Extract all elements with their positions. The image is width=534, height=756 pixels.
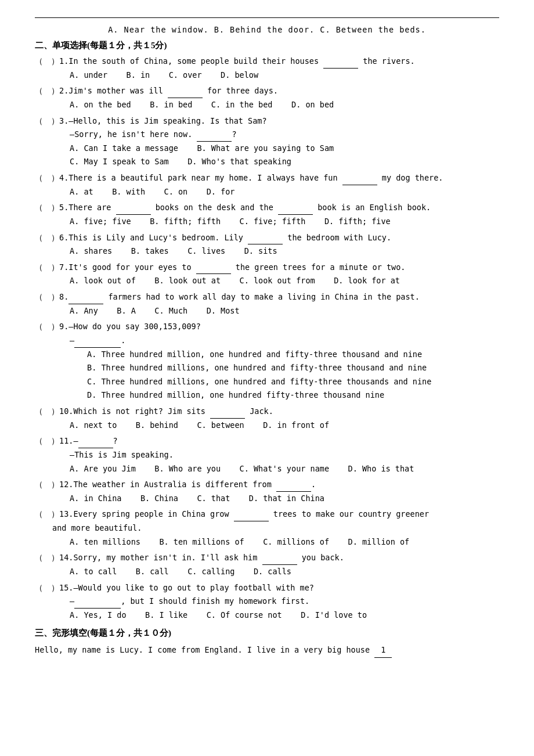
question-6: （ ）6. This is Lily and Lucy's bedroom. L… bbox=[35, 231, 499, 258]
q15-subtext: —, but I should finish my homework first… bbox=[35, 595, 499, 609]
q9-options3: C. Three hundred millions, one hundred a… bbox=[35, 375, 499, 389]
q7-text: It's good for your eyes to the green tre… bbox=[68, 261, 499, 275]
q6-text: This is Lily and Lucy's bedroom. Lily th… bbox=[68, 231, 499, 245]
q1-prefix: （ ）1. bbox=[35, 55, 68, 69]
q3-text: —Hello, this is Jim speaking. Is that Sa… bbox=[68, 114, 499, 128]
q12-prefix: （ ）12. bbox=[35, 478, 73, 492]
q3-prefix: （ ）3. bbox=[35, 114, 68, 128]
question-9: （ ）9. —How do you say 300,153,009? —. A.… bbox=[35, 320, 499, 402]
question-8: （ ）8. farmers had to work all day to mak… bbox=[35, 290, 499, 318]
q10-text: Which is not right? Jim sits Jack. bbox=[73, 405, 499, 419]
q13-prefix: （ ）13. bbox=[35, 507, 73, 521]
q14-options: A. to call B. call C. calling D. calls bbox=[35, 565, 499, 579]
q12-text: The weather in Australia is different fr… bbox=[73, 478, 499, 492]
question-3: （ ）3. —Hello, this is Jim speaking. Is t… bbox=[35, 114, 499, 170]
q3-subtext: —Sorry, he isn't here now. ? bbox=[35, 128, 499, 142]
q7-options: A. look out of B. look out at C. look ou… bbox=[35, 274, 499, 288]
q8-options: A. Any B. A C. Much D. Most bbox=[35, 304, 499, 318]
question-2: （ ）2. Jim's mother was ill for three day… bbox=[35, 84, 499, 111]
q3-options1: A. Can I take a message B. What are you … bbox=[35, 142, 499, 156]
q14-prefix: （ ）14. bbox=[35, 551, 73, 565]
q1-options: A. under B. in C. over D. below bbox=[35, 69, 499, 82]
q6-prefix: （ ）6. bbox=[35, 231, 68, 245]
question-11: （ ）11. —? —This is Jim speaking. A. Are … bbox=[35, 434, 499, 476]
q9-prefix: （ ）9. bbox=[35, 320, 68, 334]
q2-text: Jim's mother was ill for three days. bbox=[68, 84, 499, 98]
q11-text: —? bbox=[73, 434, 499, 448]
question-5: （ ）5. There are books on the desk and th… bbox=[35, 201, 499, 228]
q5-options: A. five; five B. fifth; fifth C. five; f… bbox=[35, 215, 499, 229]
q11-options: A. Are you Jim B. Who are you C. What's … bbox=[35, 462, 499, 476]
question-14: （ ）14. Sorry, my mother isn't in. I'll a… bbox=[35, 551, 499, 578]
section3-text: Hello, my name is Lucy. I come from Engl… bbox=[35, 643, 499, 658]
q10-options: A. next to B. behind C. between D. in fr… bbox=[35, 419, 499, 433]
question-13: （ ）13. Every spring people in China grow… bbox=[35, 507, 499, 549]
q15-text: —Would you like to go out to play footba… bbox=[73, 581, 499, 595]
q2-prefix: （ ）2. bbox=[35, 84, 68, 98]
top-divider bbox=[35, 17, 499, 18]
q1-text: In the south of China, some people build… bbox=[68, 55, 499, 69]
q10-prefix: （ ）10. bbox=[35, 405, 73, 419]
intro-line: A. Near the window. B. Behind the door. … bbox=[35, 25, 499, 34]
q4-text: There is a beautiful park near my home. … bbox=[68, 171, 499, 185]
question-12: （ ）12. The weather in Australia is diffe… bbox=[35, 478, 499, 505]
section3-content: Hello, my name is Lucy. I come from Engl… bbox=[35, 643, 499, 658]
question-1: （ ）1. In the south of China, some people… bbox=[35, 55, 499, 82]
q3-options2: C. May I speak to Sam D. Who's that spea… bbox=[35, 155, 499, 169]
q9-text: —How do you say 300,153,009? bbox=[68, 320, 499, 334]
q4-prefix: （ ）4. bbox=[35, 171, 68, 185]
question-10: （ ）10. Which is not right? Jim sits Jack… bbox=[35, 405, 499, 432]
q12-options: A. in China B. China C. that D. that in … bbox=[35, 492, 499, 506]
q13-text: Every spring people in China grow trees … bbox=[73, 507, 499, 521]
q9-subtext: —. bbox=[35, 334, 499, 348]
q7-prefix: （ ）7. bbox=[35, 261, 68, 275]
q15-prefix: （ ）15. bbox=[35, 581, 73, 595]
q9-options2: B. Three hundred millions, one hundred a… bbox=[35, 361, 499, 375]
q9-options4: D. Three hundred million, one hundred fi… bbox=[35, 388, 499, 402]
question-15: （ ）15. —Would you like to go out to play… bbox=[35, 581, 499, 622]
q5-prefix: （ ）5. bbox=[35, 201, 68, 215]
q6-options: A. shares B. takes C. lives D. sits bbox=[35, 244, 499, 258]
q14-text: Sorry, my mother isn't in. I'll ask him … bbox=[73, 551, 499, 565]
q13-continued: and more beautiful. bbox=[35, 521, 499, 535]
q9-options1: A. Three hundred million, one hundred an… bbox=[35, 348, 499, 362]
q15-options: A. Yes, I do B. I like C. Of course not … bbox=[35, 609, 499, 622]
section3-title: 三、完形填空(每题１分，共１０分) bbox=[35, 628, 499, 639]
q8-text: farmers had to work all day to make a li… bbox=[68, 290, 499, 304]
q8-prefix: （ ）8. bbox=[35, 290, 68, 304]
q4-options: A. at B. with C. on D. for bbox=[35, 185, 499, 199]
q13-options: A. ten millions B. ten millions of C. mi… bbox=[35, 535, 499, 549]
section2-title: 二、单项选择(每题１分，共１5分) bbox=[35, 40, 499, 51]
q11-prefix: （ ）11. bbox=[35, 434, 73, 448]
q5-text: There are books on the desk and the book… bbox=[68, 201, 499, 215]
q2-options: A. on the bed B. in bed C. in the bed D.… bbox=[35, 98, 499, 112]
question-4: （ ）4. There is a beautiful park near my … bbox=[35, 171, 499, 199]
question-7: （ ）7. It's good for your eyes to the gre… bbox=[35, 261, 499, 288]
q11-subtext: —This is Jim speaking. bbox=[35, 448, 499, 462]
